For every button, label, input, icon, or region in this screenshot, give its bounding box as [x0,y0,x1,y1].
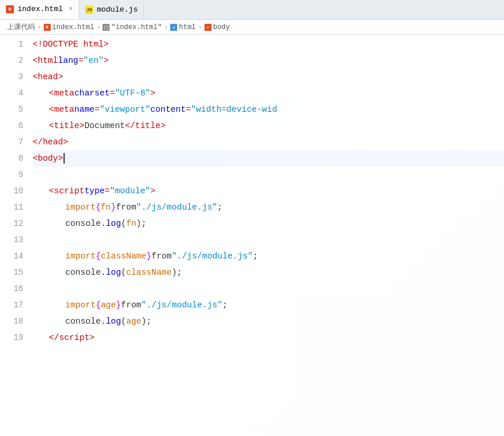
code-brace-age-close: } [116,300,121,310]
line-num-19: 19 [2,329,30,346]
text-cursor [64,153,65,164]
code-html-open: <html [33,56,58,65]
code-content-val: "width=device-wid [191,105,277,114]
line-num-17: 17 [2,297,30,313]
code-line-7: </head> [33,134,504,150]
line-num-6: 6 [2,118,30,134]
code-classname-arg: className [126,268,171,277]
code-eq2: = [110,88,115,98]
code-import-1: import [65,203,96,212]
html-file-icon: H [6,5,14,13]
code-head-open: <head> [33,72,63,81]
code-type-attr: type [84,186,105,196]
code-classname-name: className [101,251,146,261]
breadcrumb-html-tag-item: ◇ html [170,23,196,31]
line-num-15: 15 [2,264,30,281]
code-script-close: </script> [49,333,94,342]
breadcrumb-html-icon: H [44,24,51,31]
code-brace-age-open: { [96,300,101,310]
line-numbers: 1 2 3 4 5 6 7 8 9 10 11 12 13 14 15 16 1… [2,35,30,436]
code-content-attr: content [150,105,186,114]
line-num-4: 4 [2,85,30,101]
code-path-1: "./js/module.js" [136,203,217,212]
tab-close-index-html[interactable]: × [69,5,73,13]
code-line-14: import { className } from "./js/module.j… [33,248,504,264]
code-age-name: age [101,300,116,310]
line-num-1: 1 [2,36,30,52]
code-semi-1: ; [217,203,223,212]
tab-label-module-js: module.js [97,5,138,14]
breadcrumb-json-item: {} "index.html" [103,23,161,31]
code-script-open-end: > [150,186,156,196]
code-charset-val: "UTF-8" [115,88,150,98]
code-console-2: console [65,268,101,277]
code-type-val: "module" [110,186,150,196]
code-line-17: import { age } from "./js/module.js" ; [33,297,504,313]
code-meta2-open: <meta [49,105,75,114]
code-console-1: console [65,219,101,228]
breadcrumb-root: 上课代码 [7,22,35,32]
code-paren-age-open: ( [121,317,126,326]
code-area[interactable]: 1 2 3 4 5 6 7 8 9 10 11 12 13 14 15 16 1… [0,35,504,436]
code-import-2: import [65,251,96,261]
code-eq1: = [78,56,83,65]
code-title-text: Document [84,121,125,130]
code-line-2: <html lang = "en" > [33,52,504,69]
code-line-19: </script> [33,329,504,346]
editor-container: H index.html × JS module.js 上课代码 › H ind… [0,0,504,436]
code-line-4: <meta charset = "UTF-8" > [33,85,504,101]
code-head-close: </head> [33,137,68,147]
code-line-1: <!DOCTYPE html> [33,36,504,52]
code-title-close: </title> [125,121,166,130]
code-name-attr: name [75,105,95,114]
code-path-2: "./js/module.js" [172,251,253,261]
line-num-13: 13 [2,232,30,248]
line-num-8: 8 [2,150,30,166]
line-num-3: 3 [2,69,30,85]
code-line-12: console . log ( fn ); [33,215,504,232]
line-num-16: 16 [2,281,30,297]
line-num-5: 5 [2,101,30,118]
code-doctype: <!DOCTYPE html> [33,40,109,49]
code-paren-fn-close: ); [136,219,146,228]
code-line-10: <script type = "module" > [33,183,504,199]
code-line-15: console . log ( className ); [33,264,504,281]
breadcrumb-html-icon-item: H index.html [44,23,94,31]
line-num-18: 18 [2,313,30,329]
code-content[interactable]: <!DOCTYPE html> <html lang = "en" > <hea… [30,35,504,436]
code-body-open: <body> [33,154,63,163]
code-lang-attr: lang [58,56,79,65]
breadcrumb-body-item: ◇ body [205,23,230,31]
breadcrumb-tag-icon: ◇ [205,24,212,31]
code-name-val: "viewport" [100,105,150,114]
code-line-8: <body> [33,150,504,166]
breadcrumb-html2-icon: ◇ [170,24,177,31]
tab-label-index-html: index.html [17,5,63,13]
code-log-1: log [106,219,121,228]
code-script-open: <script [49,186,84,196]
code-eq5: = [105,186,110,196]
code-dot-1: . [101,219,106,228]
tab-index-html[interactable]: H index.html × [0,0,79,19]
code-log-3: log [106,317,121,326]
code-path-3: "./js/module.js" [142,300,223,310]
code-eq3: = [94,105,100,114]
code-brace-fn-close: } [111,203,116,212]
code-line-16 [33,281,504,297]
breadcrumb-curly-icon: {} [103,24,110,31]
code-from-3: from [121,300,142,310]
code-meta1-end: > [150,88,156,98]
line-num-11: 11 [2,199,30,215]
tab-module-js[interactable]: JS module.js [79,0,144,19]
code-console-3: console [65,317,101,326]
code-from-1: from [116,203,136,212]
code-paren-fn-open: ( [121,219,126,228]
code-fn-arg: fn [126,219,136,228]
code-eq4: = [186,105,191,114]
code-paren-age-close: ); [142,317,151,326]
code-paren-cn-close: ); [172,268,182,277]
code-brace-cn-close: } [146,251,151,261]
code-line-18: console . log ( age ); [33,313,504,329]
code-fn-name: fn [101,203,111,212]
code-line-6: <title> Document </title> [33,118,504,134]
